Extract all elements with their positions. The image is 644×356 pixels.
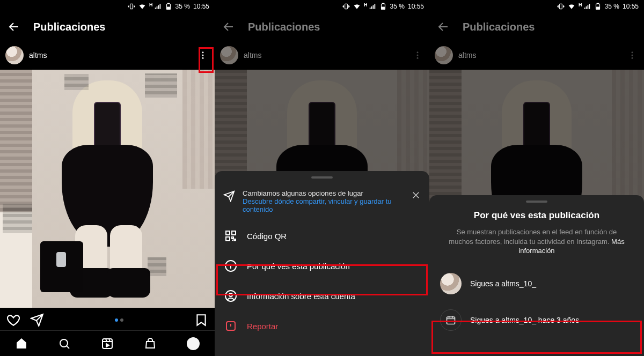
svg-rect-0	[130, 4, 133, 9]
vibrate-icon	[557, 3, 565, 10]
top-bar: Publicaciones	[215, 13, 429, 43]
clock: 10:55	[408, 3, 424, 10]
shop-icon[interactable]	[144, 337, 157, 350]
avatar[interactable]	[435, 46, 453, 64]
notice-title: Cambiamos algunas opciones de lugar	[243, 189, 404, 197]
top-bar: Publicaciones	[0, 13, 215, 43]
screen-1: H 35 % 10:55 Publicaciones altms	[0, 0, 215, 356]
share-icon[interactable]	[30, 313, 44, 327]
profile-tab[interactable]	[187, 337, 200, 350]
post-username[interactable]: altms	[458, 51, 476, 60]
svg-rect-18	[226, 237, 230, 241]
share-icon	[223, 190, 235, 202]
svg-rect-17	[232, 231, 236, 235]
svg-point-28	[632, 55, 633, 56]
avatar	[440, 273, 462, 294]
svg-rect-26	[596, 7, 599, 9]
battery-percent: 35 %	[175, 3, 190, 10]
post-actions	[0, 308, 215, 330]
reason-follow-user: Sigues a altms_10_	[429, 265, 644, 302]
top-bar: Publicaciones	[429, 13, 644, 43]
sheet-notice: Cambiamos algunas opciones de lugar Desc…	[215, 182, 429, 221]
close-icon[interactable]	[411, 190, 421, 200]
network-type: H	[579, 2, 582, 8]
post-username[interactable]: altms	[29, 51, 47, 60]
post-username[interactable]: altms	[244, 51, 261, 60]
svg-rect-2	[167, 3, 170, 4]
search-icon[interactable]	[58, 337, 71, 350]
wifi-icon	[568, 3, 575, 10]
battery-percent: 35 %	[390, 3, 405, 10]
svg-point-29	[632, 57, 633, 59]
page-title: Publicaciones	[463, 21, 535, 33]
network-type: H	[149, 2, 153, 8]
svg-point-15	[417, 57, 419, 59]
sheet-item-why[interactable]: Por qué ves esta publicación	[215, 251, 429, 281]
back-icon[interactable]	[8, 20, 20, 33]
sheet-item-label: Reportar	[247, 322, 278, 331]
svg-point-5	[202, 55, 204, 56]
reason-follow-since: Sigues a altms_10_ hace 3 años	[429, 302, 644, 338]
svg-point-21	[229, 293, 232, 296]
clock: 10:55	[193, 3, 209, 10]
more-vertical-icon	[198, 50, 208, 60]
post-image[interactable]	[0, 70, 215, 308]
carousel-indicator	[54, 318, 185, 322]
home-icon[interactable]	[15, 337, 28, 350]
avatar[interactable]	[220, 46, 238, 64]
battery-icon	[165, 3, 172, 10]
svg-point-13	[417, 51, 419, 53]
sheet-item-report[interactable]: Reportar	[215, 311, 429, 341]
sheet-handle[interactable]	[311, 176, 333, 179]
avatar[interactable]	[5, 46, 24, 64]
svg-point-14	[417, 55, 419, 56]
bottom-nav	[0, 330, 215, 356]
bookmark-icon[interactable]	[194, 313, 208, 327]
user-circle-icon	[224, 290, 237, 302]
post-header: altms	[429, 43, 644, 70]
why-sheet[interactable]: Por qué ves esta publicación Se muestran…	[429, 195, 644, 356]
more-vertical-icon	[627, 50, 637, 60]
sheet-item-label: Código QR	[247, 232, 287, 241]
signal-icon	[583, 3, 591, 10]
sheet-item-about-account[interactable]: Información sobre esta cuenta	[215, 281, 429, 311]
clock: 10:55	[623, 3, 639, 10]
back-icon[interactable]	[222, 20, 235, 33]
wifi-icon	[353, 3, 361, 10]
svg-rect-12	[382, 7, 384, 9]
screen-2: H 35 % 10:55 Publicaciones altms Cambi	[215, 0, 429, 356]
svg-rect-16	[226, 231, 230, 235]
signal-icon	[369, 3, 376, 10]
calendar-icon-circle	[440, 309, 462, 331]
svg-point-4	[202, 51, 204, 53]
svg-point-7	[60, 339, 68, 347]
calendar-icon	[445, 315, 456, 325]
back-icon[interactable]	[437, 20, 450, 33]
svg-rect-3	[167, 7, 170, 9]
report-icon	[224, 320, 237, 332]
status-bar: H 35 % 10:55	[215, 0, 429, 13]
why-sheet-title: Por qué ves esta publicación	[429, 206, 644, 225]
svg-rect-9	[345, 4, 348, 9]
reels-icon[interactable]	[101, 337, 114, 350]
svg-rect-11	[382, 3, 384, 4]
sheet-item-qr[interactable]: Código QR	[215, 221, 429, 251]
qr-icon	[224, 229, 237, 242]
svg-point-6	[202, 57, 204, 59]
reason-text: Sigues a altms_10_ hace 3 años	[470, 316, 579, 324]
more-options-button[interactable]	[411, 49, 424, 62]
sheet-handle[interactable]	[526, 201, 547, 203]
more-options-button[interactable]	[196, 49, 209, 62]
svg-rect-23	[560, 4, 562, 9]
notice-link[interactable]: Descubre dónde compartir, vincular y gua…	[243, 197, 404, 213]
screen-3: H 35 % 10:55 Publicaciones altms Por qué…	[429, 0, 644, 356]
info-icon	[224, 259, 237, 272]
page-title: Publicaciones	[33, 21, 106, 33]
post-header: altms	[215, 43, 429, 70]
options-sheet[interactable]: Cambiamos algunas opciones de lugar Desc…	[215, 171, 429, 356]
status-bar: H 35 % 10:55	[0, 0, 215, 13]
more-options-button[interactable]	[626, 49, 639, 62]
svg-point-27	[632, 51, 633, 53]
svg-rect-30	[447, 317, 455, 324]
like-icon[interactable]	[6, 313, 20, 327]
